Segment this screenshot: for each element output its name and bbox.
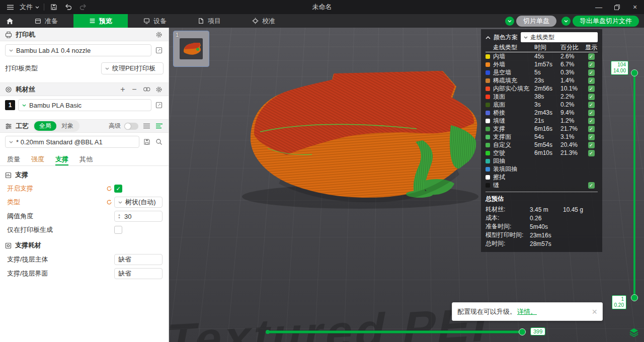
line-type-visibility-checkbox[interactable]: ✓ xyxy=(588,53,595,60)
viewport-3d[interactable]: Textured PEI 1 xyxy=(169,28,644,342)
edit-printer-icon[interactable] xyxy=(154,46,164,55)
tab-quality[interactable]: 质量 xyxy=(7,155,20,165)
filament-length: 3.45 m xyxy=(530,206,559,213)
legend-row: 自定义5m54s20.4%✓ xyxy=(486,141,598,149)
prepare-time-label: 准备时间: xyxy=(486,222,530,231)
enable-support-checkbox[interactable]: ✓ xyxy=(114,185,122,193)
spinner-arrows-icon[interactable]: ▲▼ xyxy=(118,213,121,219)
line-type-percent: 2.2% xyxy=(560,93,585,100)
export-button[interactable]: 导出单盘切片文件 xyxy=(573,16,639,27)
scope-global[interactable]: 全局 xyxy=(34,121,56,131)
export-options-dropdown[interactable] xyxy=(561,17,571,26)
line-type-visibility-checkbox[interactable]: ✓ xyxy=(588,126,595,132)
threshold-angle-input[interactable]: ▲▼ 30 xyxy=(114,211,163,222)
tab-calibration[interactable]: 校准 xyxy=(236,14,291,28)
view-type-select[interactable]: 走线类型 xyxy=(521,32,598,42)
plate-thumbnail[interactable]: 1 xyxy=(173,31,209,67)
line-type-swatch xyxy=(486,111,490,115)
layer-slider-top-badge: 104 14.00 xyxy=(611,61,628,75)
step-slider-left-handle[interactable] xyxy=(266,330,270,334)
edit-filament-icon[interactable] xyxy=(154,101,164,110)
reset-enable-support-icon[interactable] xyxy=(104,186,114,192)
printer-select[interactable]: Bambu Lab A1 0.4 nozzle xyxy=(5,44,151,56)
tab-project[interactable]: 项目 xyxy=(182,14,236,28)
maximize-button[interactable] xyxy=(608,0,626,14)
line-type-visibility-checkbox[interactable]: ✓ xyxy=(588,142,595,148)
line-type-visibility-checkbox[interactable]: ✓ xyxy=(588,150,595,156)
minimize-button[interactable]: — xyxy=(590,0,608,14)
home-button[interactable] xyxy=(0,14,19,28)
reset-support-type-icon[interactable] xyxy=(104,199,114,205)
app-menu-icon[interactable] xyxy=(5,2,15,12)
support-type-select[interactable]: 树状(自动) xyxy=(114,197,163,208)
support-interface-label: 支撑/筏层界面 xyxy=(7,269,48,278)
layer-slider[interactable] xyxy=(633,73,635,298)
line-type-visibility-checkbox[interactable]: ✓ xyxy=(588,102,595,108)
flush-volumes-icon[interactable] xyxy=(142,85,151,94)
tab-device[interactable]: 设备 xyxy=(128,14,182,28)
home-icon xyxy=(6,18,14,25)
slice-button[interactable]: 切片单盘 xyxy=(516,16,556,27)
printer-icon xyxy=(5,31,12,38)
redo-icon[interactable] xyxy=(78,2,88,12)
line-type-swatch xyxy=(486,143,490,147)
layer-slider-top-handle[interactable] xyxy=(631,69,638,76)
remove-filament-icon[interactable]: − xyxy=(130,86,138,94)
process-preset-select[interactable]: * 0.20mm Standard @BBL A1 xyxy=(5,136,139,148)
line-type-visibility-checkbox[interactable]: ✓ xyxy=(588,61,595,68)
details-link[interactable]: 详情。 xyxy=(517,307,537,316)
legend-columns: 走线类型 时间 百分比 显示 xyxy=(486,43,598,52)
save-icon[interactable] xyxy=(49,2,59,12)
support-type-row: 类型 树状(自动) xyxy=(0,195,169,209)
line-type-label: 回抽 xyxy=(493,157,534,165)
line-type-visibility-checkbox[interactable]: ✓ xyxy=(588,77,595,84)
filament-slot[interactable]: 1 xyxy=(5,100,15,110)
support-group-icon xyxy=(5,172,12,179)
line-type-visibility: ✓ xyxy=(585,69,598,76)
support-type-value: 树状(自动) xyxy=(125,198,156,207)
line-type-visibility-checkbox[interactable]: ✓ xyxy=(588,69,595,76)
layer-slider-bottom-handle[interactable] xyxy=(631,294,638,301)
file-menu[interactable]: 文件 xyxy=(20,3,39,12)
tab-prepare[interactable]: 准备 xyxy=(19,14,73,28)
tab-strength[interactable]: 强度 xyxy=(31,155,44,165)
support-base-filament-select[interactable]: 缺省 xyxy=(114,254,163,265)
tab-support[interactable]: 支撑 xyxy=(55,155,68,165)
support-type-label: 类型 xyxy=(7,198,20,207)
collapse-legend-icon[interactable] xyxy=(486,34,491,41)
scope-objects[interactable]: 对象 xyxy=(56,121,78,131)
support-interface-filament-select[interactable]: 缺省 xyxy=(114,268,163,279)
filament-select[interactable]: Bambu PLA Basic xyxy=(18,99,151,111)
step-slider-handle[interactable] xyxy=(519,328,526,335)
line-type-visibility-checkbox[interactable]: ✓ xyxy=(588,118,595,124)
search-preset-icon[interactable] xyxy=(154,137,164,146)
line-type-visibility-checkbox[interactable]: ✓ xyxy=(588,182,595,189)
step-slider[interactable] xyxy=(267,328,524,335)
notification-close-icon[interactable]: × xyxy=(592,307,597,316)
slice-options-dropdown[interactable] xyxy=(505,17,514,26)
legend-row: 支撑6m16s21.7%✓ xyxy=(486,125,598,133)
advanced-toggle[interactable] xyxy=(124,123,138,130)
parameter-list-icon[interactable] xyxy=(142,122,151,131)
tab-others[interactable]: 其他 xyxy=(79,155,93,165)
close-icon[interactable]: × xyxy=(626,0,644,14)
step-slider-track[interactable] xyxy=(267,330,524,333)
printer-settings-gear-icon[interactable] xyxy=(154,30,164,39)
add-filament-icon[interactable]: + xyxy=(119,86,127,94)
save-preset-icon[interactable] xyxy=(142,137,151,146)
line-type-visibility-checkbox[interactable]: ✓ xyxy=(588,94,595,100)
layers-view-button[interactable] xyxy=(628,326,640,338)
line-type-visibility-checkbox[interactable]: ✓ xyxy=(588,86,595,92)
line-type-visibility-checkbox[interactable]: ✓ xyxy=(588,110,595,116)
legend-row: 稀疏填充23s1.4%✓ xyxy=(486,76,598,84)
tab-preview[interactable]: 预览 xyxy=(73,14,128,28)
line-type-percent: 0.3% xyxy=(560,69,585,76)
line-type-visibility-checkbox[interactable]: ✓ xyxy=(588,134,595,140)
plate-type-select[interactable]: 纹理PEI打印板 xyxy=(101,62,164,74)
line-type-visibility: ✓ xyxy=(585,110,598,116)
undo-icon[interactable] xyxy=(63,2,73,12)
on-build-plate-only-checkbox[interactable] xyxy=(114,226,122,234)
enable-support-control: ✓ xyxy=(114,185,164,193)
parameter-table-icon[interactable] xyxy=(154,122,164,131)
filament-settings-gear-icon[interactable] xyxy=(154,85,164,94)
